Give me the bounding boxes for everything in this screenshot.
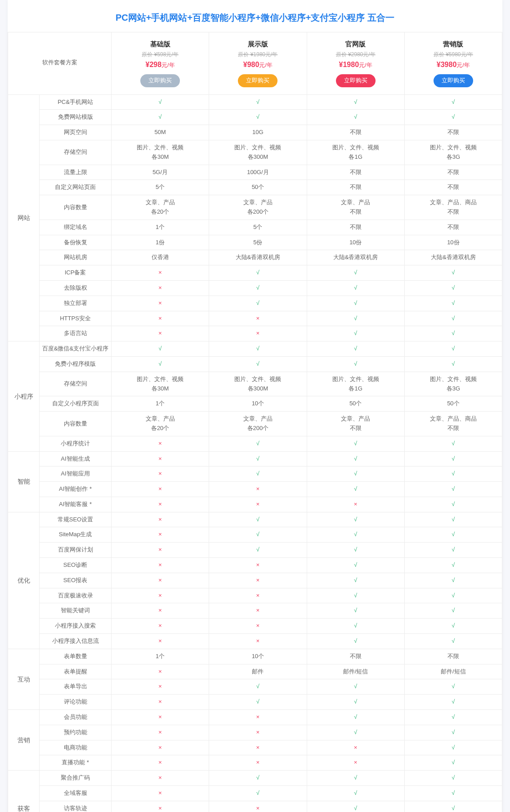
feature-value: √ — [404, 801, 502, 812]
feature-label: 内容数量 — [40, 412, 112, 436]
feature-value: √ — [307, 725, 404, 740]
feature-value: √ — [209, 296, 307, 311]
feature-value: × — [112, 527, 209, 543]
table-row: 表单导出×√√√ — [8, 679, 502, 695]
table-row: 营销会员功能××√√ — [8, 710, 502, 725]
feature-value: √ — [307, 695, 404, 710]
check-icon: √ — [354, 284, 357, 291]
cross-icon: × — [256, 744, 260, 751]
feature-value: √ — [404, 603, 502, 619]
feature-label: HTTPS安全 — [40, 311, 112, 326]
feature-value: 文章、产品、商品不限 — [404, 412, 502, 436]
feature-value: √ — [404, 543, 502, 558]
feature-value: × — [209, 558, 307, 573]
feature-value: √ — [404, 512, 502, 527]
feature-value: √ — [307, 527, 404, 543]
check-icon: √ — [256, 774, 259, 781]
buy-button[interactable]: 立即购买 — [238, 74, 277, 87]
feature-label: 存储空间 — [40, 372, 112, 396]
check-icon: √ — [354, 790, 357, 796]
plan-old-price: 原价 ¥2980元/年 — [309, 50, 403, 59]
feature-value: √ — [404, 482, 502, 497]
check-icon: √ — [354, 330, 357, 336]
feature-value: × — [112, 265, 209, 281]
check-icon: √ — [159, 113, 162, 120]
check-icon: √ — [452, 592, 455, 599]
check-icon: √ — [256, 470, 259, 477]
check-icon: √ — [354, 729, 357, 736]
feature-value: √ — [307, 436, 404, 451]
feature-value: × — [307, 755, 404, 771]
feature-value: √ — [209, 467, 307, 482]
plan-name: 营销版 — [407, 39, 500, 49]
feature-label: AI智能创作 * — [40, 482, 112, 497]
table-row: 存储空间图片、文件、视频各30M图片、文件、视频各300M图片、文件、视频各1G… — [8, 140, 502, 165]
feature-value: × — [209, 634, 307, 649]
feature-value: √ — [209, 356, 307, 372]
buy-button[interactable]: 立即购买 — [336, 74, 376, 87]
feature-value: √ — [209, 786, 307, 801]
check-icon: √ — [159, 99, 162, 105]
feature-label: PC&手机网站 — [40, 94, 112, 110]
check-icon: √ — [354, 485, 357, 492]
buy-button[interactable]: 立即购买 — [434, 74, 473, 87]
cross-icon: × — [256, 729, 260, 736]
feature-value: √ — [209, 341, 307, 357]
check-icon: √ — [256, 269, 259, 276]
check-icon: √ — [354, 592, 357, 599]
check-icon: √ — [354, 561, 357, 568]
table-row: 全域客服×√√√ — [8, 786, 502, 801]
check-icon: √ — [452, 531, 455, 538]
check-icon: √ — [354, 622, 357, 629]
cross-icon: × — [256, 315, 260, 322]
feature-value: √ — [307, 512, 404, 527]
check-icon: √ — [452, 300, 455, 306]
buy-button[interactable]: 立即购买 — [140, 74, 180, 87]
plan-old-price: 原价 ¥5980元/年 — [407, 50, 500, 59]
feature-value: √ — [209, 110, 307, 125]
check-icon: √ — [354, 774, 357, 781]
feature-value: √ — [404, 497, 502, 512]
feature-label: 直播功能 * — [40, 755, 112, 771]
check-icon: √ — [452, 485, 455, 492]
feature-value: × — [112, 634, 209, 649]
feature-value: √ — [404, 280, 502, 296]
feature-value: 文章、产品不限 — [307, 412, 404, 436]
cross-icon: × — [158, 440, 162, 447]
table-row: 智能关键词××√√ — [8, 603, 502, 619]
feature-value: × — [112, 497, 209, 512]
feature-label: 表单数量 — [40, 649, 112, 664]
table-row: 小程序接入搜索××√√ — [8, 619, 502, 634]
feature-value: 不限 — [307, 165, 404, 180]
check-icon: √ — [354, 713, 357, 720]
cross-icon: × — [158, 531, 162, 538]
table-row: 预约功能××√√ — [8, 725, 502, 740]
check-icon: √ — [354, 455, 357, 462]
plan-header-0: 基础版原价 ¥598元/年¥298元/年立即购买 — [112, 32, 209, 95]
corner-label: 软件套餐方案 — [8, 32, 112, 95]
feature-label: SiteMap生成 — [40, 527, 112, 543]
feature-value: √ — [307, 634, 404, 649]
feature-value: 1个 — [112, 396, 209, 412]
table-row: SEO报表××√√ — [8, 573, 502, 588]
feature-value: × — [112, 619, 209, 634]
check-icon: √ — [452, 315, 455, 322]
feature-value: × — [209, 801, 307, 812]
cross-icon: × — [256, 561, 260, 568]
table-row: 百度极速收录××√√ — [8, 588, 502, 603]
feature-value: √ — [404, 786, 502, 801]
feature-value: 10份 — [404, 235, 502, 250]
feature-value: 5G/月 — [112, 165, 209, 180]
check-icon: √ — [354, 269, 357, 276]
feature-value: × — [209, 603, 307, 619]
table-row: 电商功能×××√ — [8, 740, 502, 755]
check-icon: √ — [256, 531, 259, 538]
feature-value: √ — [404, 634, 502, 649]
cross-icon: × — [158, 300, 162, 306]
feature-value: √ — [209, 543, 307, 558]
cross-icon: × — [256, 607, 260, 614]
feature-value: √ — [209, 512, 307, 527]
cross-icon: × — [158, 759, 162, 766]
feature-value: × — [112, 280, 209, 296]
table-row: 优化常规SEO设置×√√√ — [8, 512, 502, 527]
